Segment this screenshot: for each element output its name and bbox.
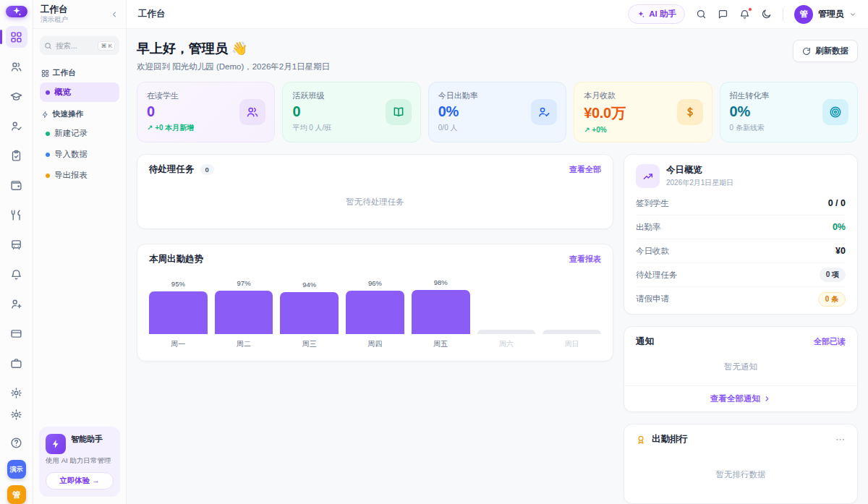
active-dot xyxy=(46,90,50,95)
rail-attendance-icon[interactable] xyxy=(6,145,27,166)
rail-enrollment-icon[interactable] xyxy=(6,293,27,315)
bar-sunday[interactable] xyxy=(542,330,601,334)
view-all-notifications-link[interactable]: 查看全部通知 xyxy=(624,385,857,411)
weekly-attendance-bar-chart: 95%周一 97%周二 94%周三 96%周四 98%周五 周六 周日 xyxy=(137,265,613,349)
nav-section-label: 工作台 xyxy=(53,68,76,78)
chart-column: 98%周五 xyxy=(412,270,470,349)
stat-card-revenue[interactable]: 本月收款 ¥0.0万 ↗ +0% xyxy=(574,82,712,142)
rail-preferences-icon[interactable] xyxy=(6,403,27,425)
rail-classes-icon[interactable] xyxy=(6,85,27,107)
stat-card-conversion[interactable]: 招生转化率 0% 0 条新线索 xyxy=(720,82,858,142)
rail-hr-icon[interactable] xyxy=(6,352,27,374)
notifications-title: 通知 xyxy=(636,336,654,348)
bar-value-label: 97% xyxy=(237,279,251,288)
bar-value-label: 98% xyxy=(434,278,448,287)
rail-finance-icon[interactable] xyxy=(6,174,27,196)
rail-teachers-icon[interactable] xyxy=(6,115,27,137)
sidebar-item-new-record[interactable]: 新建记录 xyxy=(40,124,119,143)
rail-students-icon[interactable] xyxy=(6,56,27,77)
sidebar-item-export-report[interactable]: 导出报表 xyxy=(40,166,119,185)
rail-bottom: 演示 管 xyxy=(6,403,27,504)
role-badge[interactable]: 管 xyxy=(7,485,26,504)
tasks-count-badge: 0 xyxy=(200,164,214,175)
rail-help-icon[interactable] xyxy=(6,432,27,453)
topbar: 工作台 AI 助手 管 管理员 xyxy=(127,0,868,29)
row-label: 今日收款 xyxy=(636,246,669,257)
divider xyxy=(783,8,783,21)
sidebar-item-label: 新建记录 xyxy=(54,128,88,139)
user-menu[interactable]: 管 管理员 xyxy=(794,5,856,24)
sidebar: 工作台 演示租户 ⌘ K 工作台 概览 快速操作 xyxy=(33,0,127,504)
rail-bus-icon[interactable] xyxy=(6,234,27,255)
collapse-sidebar-icon[interactable] xyxy=(110,10,119,19)
dark-mode-moon-icon[interactable] xyxy=(761,9,772,20)
bar-tuesday[interactable] xyxy=(215,291,273,334)
app-logo-sparkles-icon[interactable] xyxy=(6,6,27,17)
today-row-pending-tasks: 待处理任务 0 项 xyxy=(636,263,846,287)
row-label: 签到学生 xyxy=(636,198,669,209)
sidebar-item-label: 概览 xyxy=(54,87,71,98)
welcome-subtitle: 欢迎回到 阳光幼儿园 (Demo)，2026年2月1日星期日 xyxy=(137,61,330,72)
stat-card-attendance[interactable]: 今日出勤率 0% 0/0 人 xyxy=(428,82,566,142)
attendance-trend-card: 本周出勤趋势 查看报表 95%周一 97%周二 94%周三 96%周四 98%周… xyxy=(137,244,613,362)
search-icon[interactable] xyxy=(696,9,707,20)
x-tick-label: 周五 xyxy=(433,339,448,349)
bar-friday[interactable] xyxy=(412,290,470,334)
notifications-card: 通知 全部已读 暂无通知 查看全部通知 xyxy=(624,326,858,412)
orange-dot xyxy=(46,174,50,178)
view-all-tasks-link[interactable]: 查看全部 xyxy=(569,164,601,175)
demo-mode-badge[interactable]: 演示 xyxy=(7,460,26,479)
row-value-badge: 0 项 xyxy=(820,268,846,282)
sidebar-nav: 工作台 概览 快速操作 新建记录 导入数据 导出报表 xyxy=(33,58,126,189)
bar-saturday[interactable] xyxy=(477,330,536,334)
rail-billing-icon[interactable] xyxy=(6,323,27,344)
stat-card-students[interactable]: 在读学生 0 ↗ +0 本月新增 xyxy=(137,82,275,142)
notifications-bell-icon[interactable] xyxy=(739,9,750,20)
ai-button-label: AI 助手 xyxy=(649,9,676,20)
rail-notifications-icon[interactable] xyxy=(6,263,27,285)
x-tick-label: 周二 xyxy=(237,339,251,349)
sidebar-item-label: 导出报表 xyxy=(54,170,88,181)
greeting-heading: 早上好，管理员 👋 xyxy=(137,40,330,57)
try-now-button[interactable]: 立即体验 → xyxy=(46,472,114,490)
x-tick-label: 周日 xyxy=(565,339,579,349)
dollar-icon xyxy=(677,99,703,125)
bar-value-label: 95% xyxy=(171,280,185,289)
sidebar-item-label: 导入数据 xyxy=(54,149,88,160)
green-dot xyxy=(46,132,50,136)
refresh-button-label: 刷新数据 xyxy=(815,46,848,56)
ai-assistant-card: 智能助手 使用 AI 助力日常管理 立即体验 → xyxy=(39,427,120,497)
rail-dashboard-icon[interactable] xyxy=(6,26,27,48)
chart-column: 95%周一 xyxy=(149,270,208,349)
user-name: 管理员 xyxy=(818,8,844,20)
sidebar-item-overview[interactable]: 概览 xyxy=(40,82,119,102)
bar-monday[interactable] xyxy=(149,291,208,334)
messages-icon[interactable] xyxy=(718,9,728,20)
app-root: 演示 管 工作台 演示租户 ⌘ K 工作台 概览 xyxy=(0,0,868,504)
chart-column: 周六 xyxy=(477,270,536,349)
sidebar-item-import-data[interactable]: 导入数据 xyxy=(40,145,119,164)
stat-card-classes[interactable]: 活跃班级 0 平均 0 人/班 xyxy=(282,82,420,142)
chart-column: 97%周二 xyxy=(215,270,273,349)
sparkles-icon xyxy=(637,10,645,19)
ai-assistant-button[interactable]: AI 助手 xyxy=(628,4,685,24)
view-report-link[interactable]: 查看报表 xyxy=(569,254,601,265)
x-tick-label: 周四 xyxy=(368,339,383,349)
bar-thursday[interactable] xyxy=(346,291,404,334)
search-shortcut-badge: ⌘ K xyxy=(98,41,115,51)
search-box[interactable]: ⌘ K xyxy=(40,36,119,55)
refresh-data-button[interactable]: 刷新数据 xyxy=(793,40,858,62)
rail-meals-icon[interactable] xyxy=(6,204,27,226)
chart-column: 周日 xyxy=(542,270,601,349)
footer-link-label: 查看全部通知 xyxy=(710,393,760,404)
chart-column: 94%周三 xyxy=(280,270,339,349)
mark-all-read-link[interactable]: 全部已读 xyxy=(814,336,846,347)
search-input[interactable] xyxy=(56,41,94,50)
more-options-button[interactable]: ⋯ xyxy=(835,435,846,444)
search-icon xyxy=(44,42,52,50)
unread-indicator-dot xyxy=(748,7,752,12)
rail-settings-icon[interactable] xyxy=(6,382,27,403)
bar-wednesday[interactable] xyxy=(280,292,339,334)
nav-section-label: 快速操作 xyxy=(53,109,83,119)
row-value-badge: 0 条 xyxy=(818,292,846,307)
